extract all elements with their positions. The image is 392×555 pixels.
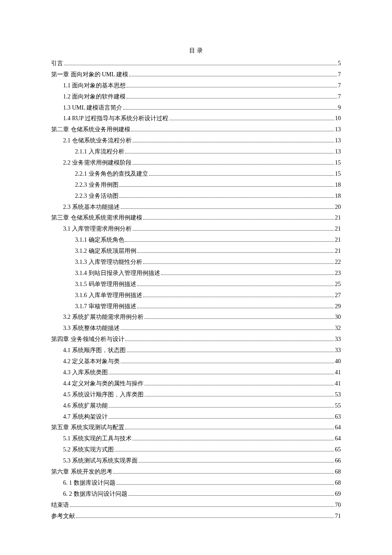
toc-entry: 3.1.1 确定系统角色21 — [51, 234, 341, 246]
toc-entry-page: 27 — [335, 290, 341, 301]
toc-entry-page: 33 — [335, 334, 341, 345]
toc-entry-text: 4.2 定义基本对象与类 — [63, 356, 120, 367]
toc-entry-page: 5 — [338, 58, 341, 69]
toc-entry-text: 2.1.1 入库流程分析 — [75, 146, 124, 157]
toc-dots — [123, 109, 337, 110]
toc-entry-page: 13 — [335, 146, 341, 157]
toc-entry-page: 64 — [335, 422, 341, 433]
toc-entry-page: 30 — [335, 312, 341, 323]
toc-dots — [64, 65, 337, 65]
toc-entry: 第四章 业务领域分析与设计33 — [51, 334, 341, 345]
toc-entry-text: 6. 2 数据库访问设计问题 — [63, 489, 127, 500]
toc-entry: 5.3 系统测试与系统实现界面66 — [51, 455, 341, 466]
toc-dots — [137, 308, 334, 308]
toc-dots — [115, 451, 334, 451]
toc-dots — [144, 385, 334, 385]
toc-entry-page: 33 — [335, 345, 341, 356]
toc-entry-text: 3.1.4 到站日报录入管理用例描述 — [75, 268, 160, 279]
toc-entry-page: 53 — [335, 389, 341, 400]
toc-entry-page: 9 — [338, 102, 341, 113]
toc-entry: 2.2 业务需求用例建模阶段15 — [51, 157, 341, 168]
toc-entry: 参考文献71 — [51, 511, 341, 522]
toc-entry-page: 55 — [335, 400, 341, 411]
toc-entry-text: 结束语 — [51, 500, 69, 511]
toc-entry-page: 7 — [338, 91, 341, 102]
toc-entry: 第六章 系统开发的思考68 — [51, 466, 341, 477]
toc-entry-page: 15 — [335, 168, 341, 179]
toc-entry-text: 第四章 业务领域分析与设计 — [51, 334, 124, 345]
toc-entry: 4.5 系统设计顺序图，入库类图53 — [51, 389, 341, 400]
toc-entry-text: 4.3 入库系统类图 — [63, 367, 108, 378]
toc-dots — [109, 407, 334, 408]
toc-dots — [144, 318, 334, 319]
toc-entry: 引言5 — [51, 58, 341, 69]
toc-entry-page: 64 — [335, 433, 341, 444]
toc-entry: 5.2 系统实现方式图65 — [51, 444, 341, 455]
toc-dots — [76, 517, 334, 518]
toc-entry-text: 4.5 系统设计顺序图，入库类图 — [63, 389, 144, 400]
toc-dots — [161, 275, 334, 275]
toc-dots — [131, 131, 334, 131]
toc-entry: 2.2.3 业务用例图18 — [51, 179, 341, 191]
toc-entry-text: 2.2 业务需求用例建模阶段 — [63, 157, 132, 168]
toc-entry: 2.1 仓储系统业务流程分析13 — [51, 135, 341, 146]
toc-entry: 3.1.4 到站日报录入管理用例描述23 — [51, 268, 341, 279]
toc-entry-text: 4.7 系统构架设计 — [63, 411, 108, 422]
toc-dots — [109, 418, 334, 419]
toc-dots — [116, 484, 334, 485]
toc-entry-page: 7 — [338, 80, 341, 91]
toc-dots — [133, 164, 334, 165]
toc-dots — [109, 374, 334, 374]
toc-title: 目 录 — [51, 47, 341, 55]
toc-entry-text: 5.2 系统实现方式图 — [63, 444, 114, 455]
toc-entry: 3.1.5 码单管理用例描述25 — [51, 279, 341, 290]
toc-entry-page: 71 — [335, 511, 341, 522]
toc-entry-page: 66 — [335, 455, 341, 466]
toc-entry-text: 第五章 系统实现测试与配置 — [51, 422, 124, 433]
toc-entry-text: 3.1.7 审核管理用例描述 — [75, 301, 136, 312]
toc-entry: 3.1.7 审核管理用例描述29 — [51, 301, 341, 312]
toc-dots — [138, 462, 334, 462]
toc-entry-text: 参考文献 — [51, 511, 75, 522]
toc-dots — [144, 396, 334, 396]
toc-dots — [127, 352, 334, 352]
toc-dots — [169, 120, 334, 120]
toc-entry-text: 第二章 仓储系统业务用例建模 — [51, 124, 130, 135]
toc-entry-text: 4.4 定义对象与类的属性与操作 — [63, 378, 144, 389]
toc-entry-page: 21 — [335, 223, 341, 234]
toc-entry-text: 3.1.2 确定系统顶层用例 — [75, 246, 136, 257]
toc-dots — [143, 263, 334, 264]
toc-entry-page: 20 — [335, 202, 341, 213]
toc-entry: 4.3 入库系统类图41 — [51, 367, 341, 378]
toc-dots — [127, 87, 337, 87]
table-of-contents: 引言5第一章 面向对象的 UML 建模71.1 面向对象的基本思想71.2 面向… — [51, 58, 341, 521]
toc-dots — [133, 142, 334, 142]
toc-entry-text: 3.1.6 入库单管理用例描述 — [75, 290, 142, 301]
toc-entry: 第三章 仓储系统系统需求用例建模21 — [51, 212, 341, 223]
toc-entry-text: 1.1 面向对象的基本思想 — [63, 80, 126, 91]
toc-entry: 1.2 面向对象的软件建模7 — [51, 91, 341, 102]
toc-entry: 2.2.1 业务角色的查找及建立15 — [51, 168, 341, 179]
toc-entry: 3.2 系统扩展功能需求用例分析30 — [51, 312, 341, 323]
toc-entry-page: 25 — [335, 279, 341, 290]
toc-entry: 第二章 仓储系统业务用例建模13 — [51, 124, 341, 135]
toc-entry-page: 7 — [338, 69, 341, 80]
toc-entry-page: 23 — [335, 268, 341, 279]
toc-entry-text: 第一章 面向对象的 UML 建模 — [51, 69, 128, 80]
toc-dots — [127, 98, 337, 98]
toc-entry-text: 5.1 系统实现的工具与技术 — [63, 433, 132, 444]
toc-entry-text: 1.4 RUP 过程指导与本系统分析设计过程 — [63, 113, 168, 124]
toc-entry-page: 13 — [335, 135, 341, 146]
toc-dots — [137, 252, 334, 253]
toc-dots — [119, 186, 334, 187]
toc-entry-text: 引言 — [51, 58, 63, 69]
toc-entry-text: 2.3 系统基本功能描述 — [63, 202, 120, 213]
toc-entry: 1.4 RUP 过程指导与本系统分析设计过程10 — [51, 113, 341, 124]
toc-entry-page: 18 — [335, 179, 341, 191]
toc-entry-page: 68 — [335, 477, 341, 489]
toc-entry-text: 1.2 面向对象的软件建模 — [63, 91, 126, 102]
toc-dots — [143, 219, 334, 220]
toc-entry-text: 3.1.3 入库管理功能性分析 — [75, 257, 142, 268]
toc-entry-text: 4.6 系统扩展功能 — [63, 400, 108, 411]
toc-entry-text: 2.2.3 业务活动图 — [75, 191, 118, 202]
